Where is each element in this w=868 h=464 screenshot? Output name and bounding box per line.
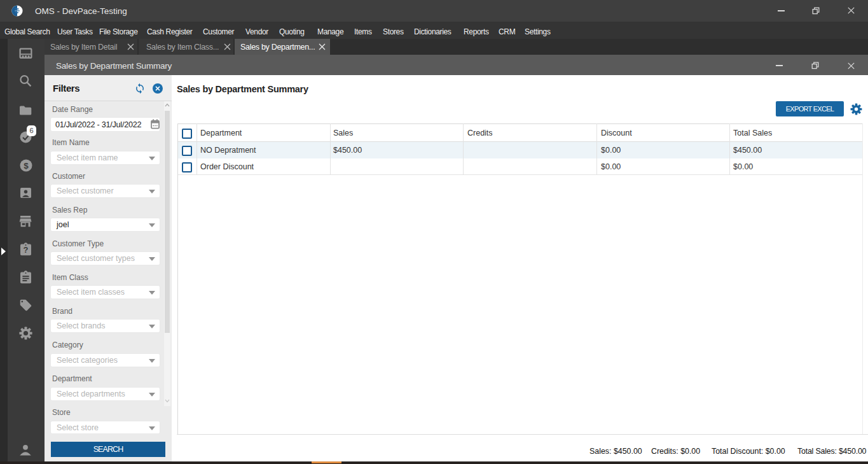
- svg-text:$: $: [24, 161, 29, 171]
- svg-text:?: ?: [24, 245, 29, 255]
